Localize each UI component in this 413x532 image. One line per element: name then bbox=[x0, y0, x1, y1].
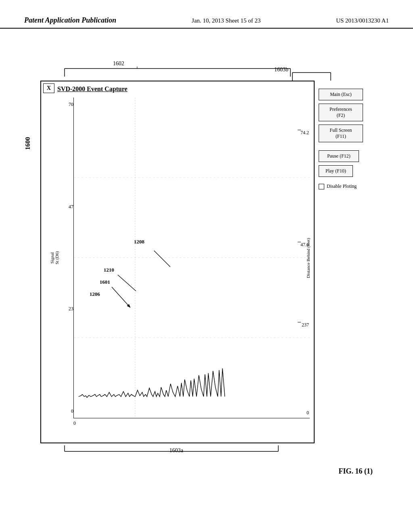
figure-caption: FIG. 16 (1) bbox=[339, 467, 373, 476]
anno-1601: 1601 bbox=[100, 279, 110, 285]
anno-1210: 1210 bbox=[104, 267, 114, 273]
dist-axis-label: Distance Behind (feet) bbox=[305, 102, 312, 414]
disable-plotting-label: Disable Ploting bbox=[327, 183, 357, 189]
right-panel: Main (Esc) Preferences(F2) Full Screen(F… bbox=[319, 89, 391, 189]
sheet-info: Jan. 10, 2013 Sheet 15 of 23 bbox=[192, 17, 261, 24]
preferences-f2-button[interactable]: Preferences(F2) bbox=[319, 104, 363, 121]
fullscreen-f11-button[interactable]: Full Screen(F11) bbox=[319, 125, 363, 142]
play-f10-button[interactable]: Play (F10) bbox=[319, 165, 353, 177]
disable-plotting-row: Disable Ploting bbox=[319, 183, 391, 189]
y-tick-47: 47 bbox=[69, 204, 73, 210]
y-tick-23: 23 bbox=[69, 306, 73, 312]
page-header: Patent Application Publication Jan. 10, … bbox=[0, 16, 413, 29]
main-esc-button[interactable]: Main (Esc) bbox=[319, 89, 363, 100]
playback-buttons-group: Pause (F12) Play (F10) bbox=[319, 150, 391, 177]
y-axis-ticks: 70 47 23 0 bbox=[63, 102, 73, 414]
anno-1206: 1206 bbox=[90, 291, 100, 297]
brace-1603a-svg bbox=[56, 443, 298, 455]
waveform-svg bbox=[74, 98, 310, 418]
x-tick-0-dist: 0 bbox=[73, 420, 76, 426]
top-buttons-group: Main (Esc) Preferences(F2) Full Screen(F… bbox=[319, 89, 391, 142]
brace-label-1603b: 1603b bbox=[274, 66, 288, 73]
main-diagram: X SVD-2000 Event Capture SignalSt (D6) 7… bbox=[40, 81, 315, 443]
close-button[interactable]: X bbox=[43, 83, 54, 93]
anno-1208: 1208 bbox=[134, 239, 144, 245]
patent-number: US 2013/0013230 A1 bbox=[336, 17, 389, 24]
diagram-title: SVD-2000 Event Capture bbox=[57, 85, 127, 93]
y-tick-70: 70 bbox=[69, 102, 73, 108]
disable-plotting-checkbox[interactable] bbox=[319, 184, 324, 189]
figure-label-1600: 1600 bbox=[24, 137, 31, 150]
y-axis-label: SignalSt (D6) bbox=[44, 102, 65, 414]
figure-container: 1600 1602 1603b X SVD-2000 Event Capture… bbox=[24, 48, 389, 500]
publication-title: Patent Application Publication bbox=[24, 16, 116, 25]
brace-1602-svg bbox=[56, 64, 307, 81]
pause-f12-button[interactable]: Pause (F12) bbox=[319, 150, 359, 162]
chart-plot-area: 74.2 47.6 237 0 bbox=[73, 98, 310, 418]
